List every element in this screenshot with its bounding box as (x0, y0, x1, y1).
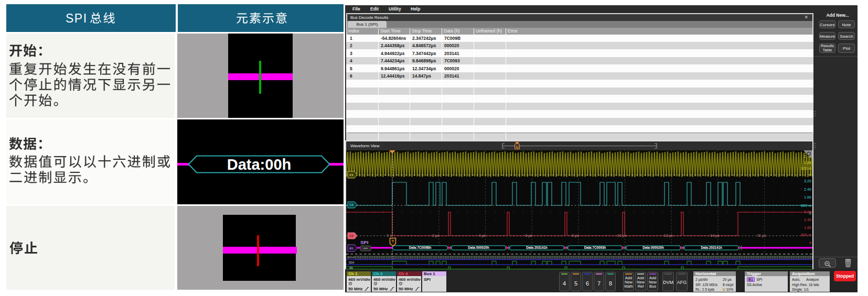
svg-text:4 μs: 4 μs (479, 234, 486, 238)
svg-text:14 μs: 14 μs (710, 234, 720, 238)
svg-text:0: 0 (809, 240, 811, 245)
svg-text:Data:000020h: Data:000020h (468, 246, 489, 249)
svg-text:SS: SS (349, 266, 353, 269)
svg-text:10 μs: 10 μs (617, 234, 627, 238)
svg-text:C1: C1 (349, 173, 353, 177)
svg-text:16 μs: 16 μs (757, 234, 766, 238)
svg-text:T: T (392, 239, 394, 244)
svg-text:1.60: 1.60 (804, 195, 811, 200)
svg-text:B1: B1 (349, 247, 353, 250)
svg-text:U: U (516, 145, 518, 149)
svg-text:Data:203141h: Data:203141h (526, 246, 548, 249)
svg-text:SDA: SDA (349, 261, 355, 264)
svg-text:800 m: 800 m (801, 203, 811, 208)
svg-text:1.84: 1.84 (804, 160, 811, 165)
svg-text:Data:203141h: Data:203141h (701, 246, 722, 249)
svg-text:800 m: 800 m (801, 233, 811, 237)
svg-text:Data:7C009Bh: Data:7C009Bh (409, 246, 432, 249)
svg-text:2 μs: 2 μs (432, 234, 440, 238)
svg-text:SPI: SPI (360, 239, 368, 245)
svg-text:3.20: 3.20 (804, 179, 811, 183)
svg-text:920 m: 920 m (801, 166, 811, 171)
svg-text:3.20: 3.20 (804, 210, 811, 214)
svg-text:C3: C3 (349, 234, 353, 237)
svg-text:6 μs: 6 μs (525, 234, 532, 238)
svg-text:0: 0 (809, 172, 811, 177)
svg-text:2.40: 2.40 (804, 187, 811, 192)
svg-text:Data:000020h: Data:000020h (642, 246, 664, 249)
svg-text:8 μs: 8 μs (572, 234, 579, 238)
svg-text:1.60: 1.60 (804, 225, 811, 230)
svg-text:2.40: 2.40 (804, 217, 811, 222)
svg-text:|SCLK: |SCLK (347, 256, 355, 259)
svg-text:12 μs: 12 μs (664, 234, 673, 238)
svg-text:C2: C2 (349, 203, 353, 206)
svg-text:0 s: 0 s (387, 234, 392, 237)
svg-text:Data:7C0093h: Data:7C0093h (584, 246, 606, 249)
